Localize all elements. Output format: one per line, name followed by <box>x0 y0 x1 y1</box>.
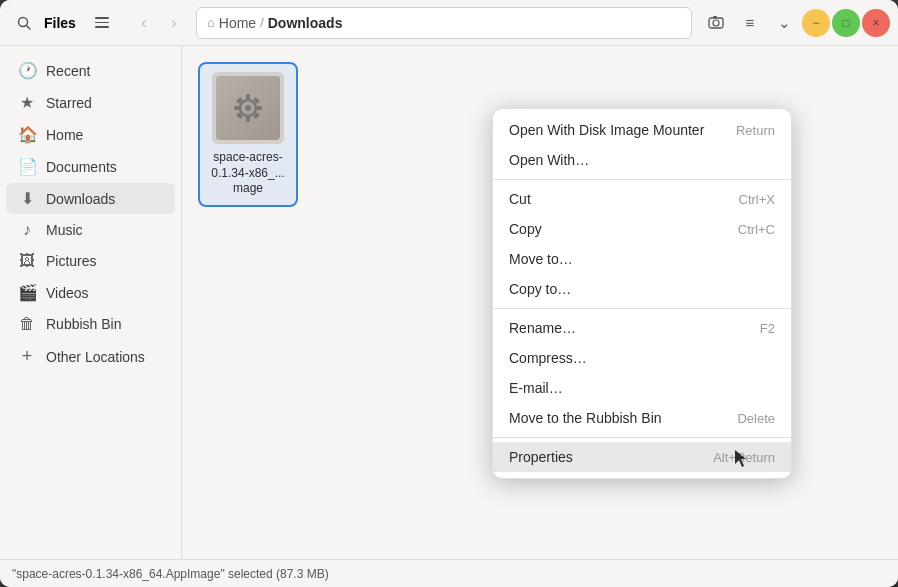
ctx-move-rubbish[interactable]: Move to the Rubbish Bin Delete <box>493 403 791 433</box>
sidebar: 🕐 Recent ★ Starred 🏠 Home 📄 Documents ⬇ <box>0 46 182 559</box>
sidebar-item-downloads[interactable]: ⬇ Downloads <box>6 183 175 214</box>
sidebar-label-recent: Recent <box>46 63 90 79</box>
minimize-button[interactable]: − <box>802 9 830 37</box>
ctx-compress[interactable]: Compress… <box>493 343 791 373</box>
ctx-label-open-disk: Open With Disk Image Mounter <box>509 122 704 138</box>
sidebar-item-documents[interactable]: 📄 Documents <box>6 151 175 182</box>
ctx-shortcut-cut: Ctrl+X <box>739 192 775 207</box>
view-icon: ≡ <box>746 14 755 31</box>
sidebar-label-pictures: Pictures <box>46 253 97 269</box>
view-toggle-button[interactable]: ≡ <box>734 7 766 39</box>
ctx-open-disk-image[interactable]: Open With Disk Image Mounter Return <box>493 115 791 145</box>
back-button[interactable]: ‹ <box>130 9 158 37</box>
close-icon: × <box>872 16 879 30</box>
ctx-label-rename: Rename… <box>509 320 576 336</box>
ctx-shortcut-move-rubbish: Delete <box>737 411 775 426</box>
sidebar-label-documents: Documents <box>46 159 117 175</box>
sidebar-label-starred: Starred <box>46 95 92 111</box>
main-content: 🕐 Recent ★ Starred 🏠 Home 📄 Documents ⬇ <box>0 46 898 559</box>
sidebar-item-home[interactable]: 🏠 Home <box>6 119 175 150</box>
ctx-label-properties: Properties <box>509 449 573 465</box>
ctx-rename[interactable]: Rename… F2 <box>493 313 791 343</box>
svg-point-6 <box>245 105 251 111</box>
breadcrumb[interactable]: ⌂ Home / Downloads <box>196 7 692 39</box>
appimage-gear-icon <box>226 86 270 130</box>
cursor-icon <box>735 450 747 468</box>
pictures-icon: 🖼 <box>18 252 36 270</box>
breadcrumb-separator: / <box>260 15 264 30</box>
sidebar-label-rubbish: Rubbish Bin <box>46 316 122 332</box>
ctx-separator-2 <box>493 308 791 309</box>
search-button[interactable] <box>8 7 40 39</box>
svg-rect-8 <box>246 116 250 122</box>
close-button[interactable]: × <box>862 9 890 37</box>
ctx-copy[interactable]: Copy Ctrl+C <box>493 214 791 244</box>
sidebar-label-videos: Videos <box>46 285 89 301</box>
starred-icon: ★ <box>18 93 36 112</box>
forward-button[interactable]: › <box>160 9 188 37</box>
documents-icon: 📄 <box>18 157 36 176</box>
svg-rect-7 <box>246 94 250 100</box>
search-icon <box>16 15 32 31</box>
new-folder-button[interactable] <box>700 7 732 39</box>
sidebar-item-videos[interactable]: 🎬 Videos <box>6 277 175 308</box>
sidebar-label-home: Home <box>46 127 83 143</box>
svg-point-3 <box>713 20 719 26</box>
ctx-open-with[interactable]: Open With… <box>493 145 791 175</box>
ctx-label-compress: Compress… <box>509 350 587 366</box>
titlebar-right-controls: ≡ ⌄ − □ × <box>700 7 890 39</box>
file-item-appimage[interactable]: space-acres-0.1.34-x86_... mage <box>198 62 298 207</box>
ctx-properties[interactable]: Properties Alt+Return <box>493 442 791 472</box>
titlebar: Files ‹ › ⌂ Home / Downloads <box>0 0 898 46</box>
ctx-move-to[interactable]: Move to… <box>493 244 791 274</box>
file-icon-inner <box>216 76 280 140</box>
sidebar-label-other-locations: Other Locations <box>46 349 145 365</box>
ctx-email[interactable]: E-mail… <box>493 373 791 403</box>
forward-icon: › <box>171 14 176 32</box>
sidebar-item-music[interactable]: ♪ Music <box>6 215 175 245</box>
sidebar-item-recent[interactable]: 🕐 Recent <box>6 55 175 86</box>
svg-rect-4 <box>713 16 717 18</box>
sidebar-label-downloads: Downloads <box>46 191 115 207</box>
ctx-shortcut-copy: Ctrl+C <box>738 222 775 237</box>
sidebar-section-places: 🕐 Recent ★ Starred 🏠 Home 📄 Documents ⬇ <box>0 55 181 373</box>
sort-icon: ⌄ <box>778 14 791 32</box>
svg-rect-9 <box>234 106 240 110</box>
sidebar-item-pictures[interactable]: 🖼 Pictures <box>6 246 175 276</box>
file-area[interactable]: space-acres-0.1.34-x86_... mage Open Wit… <box>182 46 898 559</box>
ctx-label-email: E-mail… <box>509 380 563 396</box>
sort-button[interactable]: ⌄ <box>768 7 800 39</box>
status-bar: "space-acres-0.1.34-x86_64.AppImage" sel… <box>0 559 898 587</box>
ctx-label-move-rubbish: Move to the Rubbish Bin <box>509 410 662 426</box>
sidebar-label-music: Music <box>46 222 83 238</box>
file-name-label: space-acres-0.1.34-x86_... mage <box>208 150 288 197</box>
ctx-cut[interactable]: Cut Ctrl+X <box>493 184 791 214</box>
sidebar-item-rubbish[interactable]: 🗑 Rubbish Bin <box>6 309 175 339</box>
home-breadcrumb-icon: ⌂ <box>207 15 215 30</box>
ctx-label-open-with: Open With… <box>509 152 589 168</box>
sidebar-item-starred[interactable]: ★ Starred <box>6 87 175 118</box>
videos-icon: 🎬 <box>18 283 36 302</box>
ctx-separator-1 <box>493 179 791 180</box>
recent-icon: 🕐 <box>18 61 36 80</box>
svg-rect-10 <box>256 106 262 110</box>
files-window: Files ‹ › ⌂ Home / Downloads <box>0 0 898 587</box>
sidebar-item-other-locations[interactable]: + Other Locations <box>6 340 175 373</box>
menu-button[interactable] <box>86 7 118 39</box>
breadcrumb-home-label[interactable]: Home <box>219 15 256 31</box>
svg-marker-15 <box>735 450 746 467</box>
file-icon-container <box>212 72 284 144</box>
ctx-label-copy: Copy <box>509 221 542 237</box>
navigation-buttons: ‹ › <box>130 9 188 37</box>
home-icon: 🏠 <box>18 125 36 144</box>
breadcrumb-current-folder: Downloads <box>268 15 343 31</box>
ctx-separator-3 <box>493 437 791 438</box>
minimize-icon: − <box>812 16 819 30</box>
ctx-label-move-to: Move to… <box>509 251 573 267</box>
maximize-button[interactable]: □ <box>832 9 860 37</box>
app-title: Files <box>44 15 76 31</box>
camera-icon <box>708 15 724 31</box>
ctx-label-copy-to: Copy to… <box>509 281 571 297</box>
ctx-copy-to[interactable]: Copy to… <box>493 274 791 304</box>
back-icon: ‹ <box>141 14 146 32</box>
